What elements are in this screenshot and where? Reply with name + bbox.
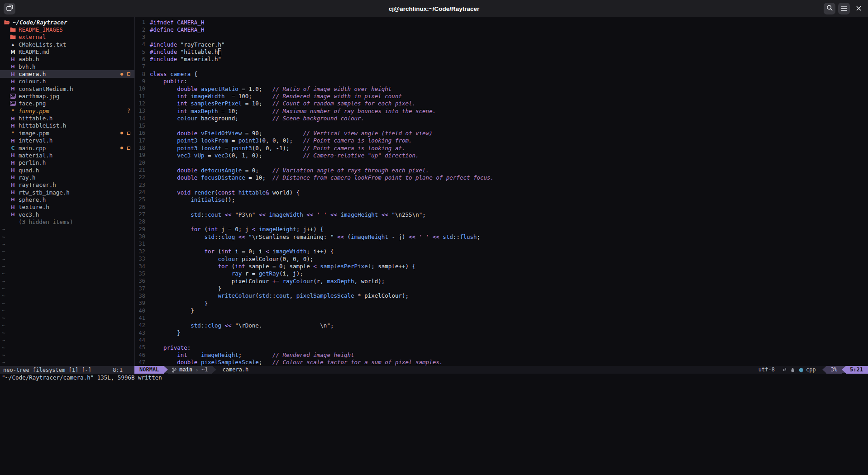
tree-item-label: ray.h xyxy=(19,174,36,181)
code-line-29[interactable]: 29 for (int j = 0; j < imageHeight; j++)… xyxy=(135,226,868,233)
tree-item-label: earthmap.jpg xyxy=(19,93,59,100)
menu-button[interactable] xyxy=(838,3,850,14)
code-text: for (int i = 0; i < imageWidth; i++) { xyxy=(150,248,334,255)
tree-item-readme-md[interactable]: MREADME.md xyxy=(0,48,134,55)
code-line-1[interactable]: 1#ifndef CAMERA_H xyxy=(135,19,868,26)
code-line-17[interactable]: 17 point3 lookFrom = point3(0, 0, 0); //… xyxy=(135,137,868,144)
tree-item-bvh-h[interactable]: Hbvh.h xyxy=(0,63,134,70)
line-number: 16 xyxy=(135,130,150,136)
tree-item-readme-images[interactable]: README_IMAGES xyxy=(0,26,134,33)
code-line-37[interactable]: 37 } xyxy=(135,285,868,292)
code-line-25[interactable]: 25 initialise(); xyxy=(135,196,868,203)
tree-item-image-ppm[interactable]: *image.ppm● xyxy=(0,129,134,137)
file-tree[interactable]: ~/Code/RaytracerREADME_IMAGESexternal▲CM… xyxy=(0,19,134,366)
code-line-39[interactable]: 39 } xyxy=(135,299,868,307)
tree-item-earthmap-jpg[interactable]: earthmap.jpg xyxy=(0,92,134,100)
code-line-2[interactable]: 2#define CAMERA_H xyxy=(135,26,868,33)
code-line-40[interactable]: 40 } xyxy=(135,307,868,314)
tree-item-ray-h[interactable]: Hray.h xyxy=(0,174,134,181)
search-button[interactable] xyxy=(824,3,835,14)
tree-item-interval-h[interactable]: Hinterval.h xyxy=(0,137,134,144)
code-line-21[interactable]: 21 double defocusAngle = 0; // Variation… xyxy=(135,166,868,174)
code-line-44[interactable]: 44 xyxy=(135,337,868,344)
code-line-16[interactable]: 16 double vFieldOfView = 90; // Vertical… xyxy=(135,129,868,137)
line-number: 42 xyxy=(135,322,150,328)
header-icon: H xyxy=(10,57,16,62)
tree-item-texture-h[interactable]: Htexture.h xyxy=(0,204,134,211)
code-line-26[interactable]: 26 xyxy=(135,204,868,211)
tree-item-external[interactable]: external xyxy=(0,33,134,41)
code-line-30[interactable]: 30 std::clog << "\rScanlines remaining: … xyxy=(135,233,868,240)
code-line-9[interactable]: 9 public: xyxy=(135,78,868,85)
code-line-19[interactable]: 19 vec3 vUp = vec3(0, 1, 0); // Camera-r… xyxy=(135,152,868,159)
tree-item-perlin-h[interactable]: Hperlin.h xyxy=(0,159,134,166)
code-line-5[interactable]: 5#include "hittable.h" xyxy=(135,48,868,55)
tree-item-main-cpp[interactable]: Cmain.cpp● xyxy=(0,144,134,152)
code-line-38[interactable]: 38 writeColour(std::cout, pixelSamplesSc… xyxy=(135,292,868,299)
line-number: 47 xyxy=(135,359,150,366)
tree-item-camera-h[interactable]: Hcamera.h● xyxy=(0,70,134,77)
code-line-23[interactable]: 23 xyxy=(135,181,868,189)
line-number: 6 xyxy=(135,56,150,62)
tree-item-hittable-h[interactable]: Hhittable.h xyxy=(0,114,134,122)
tree-item-aabb-h[interactable]: Haabb.h xyxy=(0,56,134,63)
code-line-4[interactable]: 4#include "rayTracer.h" xyxy=(135,41,868,48)
code-line-42[interactable]: 42 std::clog << "\rDone. \n"; xyxy=(135,322,868,329)
tree-item-sphere-h[interactable]: Hsphere.h xyxy=(0,196,134,203)
tree-item-funny-ppm[interactable]: *funny.ppm? xyxy=(0,107,134,114)
code-line-27[interactable]: 27 std::cout << "P3\n" << imageWidth << … xyxy=(135,211,868,218)
code-line-33[interactable]: 33 colour pixelColour(0, 0, 0); xyxy=(135,255,868,262)
code-line-41[interactable]: 41 xyxy=(135,314,868,322)
code-line-12[interactable]: 12 int samplesPerPixel = 10; // Count of… xyxy=(135,100,868,107)
code-line-34[interactable]: 34 for (int sample = 0; sample < samples… xyxy=(135,262,868,270)
hidden-items-note: (3 hidden items) xyxy=(0,218,134,225)
code-text: } xyxy=(150,307,194,314)
code-text: } xyxy=(150,285,221,292)
tree-item-label: main.cpp xyxy=(19,145,46,152)
tree-item-colour-h[interactable]: Hcolour.h xyxy=(0,78,134,85)
code-line-28[interactable]: 28 xyxy=(135,218,868,225)
tree-item-rtw-stb-image-h[interactable]: Hrtw_stb_image.h xyxy=(0,189,134,196)
code-line-13[interactable]: 13 int maxDepth = 10; // Maximum number … xyxy=(135,107,868,114)
code-line-14[interactable]: 14 colour background; // Scene backgroun… xyxy=(135,114,868,122)
code-line-8[interactable]: 8class camera { xyxy=(135,70,868,77)
code-line-20[interactable]: 20 xyxy=(135,159,868,166)
code-line-32[interactable]: 32 for (int i = 0; i < imageWidth; i++) … xyxy=(135,248,868,255)
code-line-18[interactable]: 18 point3 lookAt = point3(0, 0, -1); // … xyxy=(135,144,868,152)
code-line-36[interactable]: 36 pixelColour += rayColour(r, maxDepth,… xyxy=(135,277,868,285)
tree-item-raytracer-h[interactable]: HrayTracer.h xyxy=(0,181,134,189)
code-line-24[interactable]: 24 void render(const hittable& world) { xyxy=(135,189,868,196)
code-text: for (int j = 0; j < imageHeight; j++) { xyxy=(150,226,324,233)
tree-item-material-h[interactable]: Hmaterial.h xyxy=(0,152,134,159)
tree-item-hittablelist-h[interactable]: HhittableList.h xyxy=(0,122,134,129)
code-line-35[interactable]: 35 ray r = getRay(i, j); xyxy=(135,270,868,277)
code-line-7[interactable]: 7 xyxy=(135,63,868,70)
tree-item-face-png[interactable]: face.png xyxy=(0,100,134,107)
close-button[interactable] xyxy=(853,3,864,14)
code-line-45[interactable]: 45 private: xyxy=(135,344,868,351)
tree-item-cmakelists-txt[interactable]: ▲CMakeLists.txt xyxy=(0,41,134,48)
code-line-46[interactable]: 46 int imageHeight; // Rendered image he… xyxy=(135,351,868,358)
code-line-15[interactable]: 15 xyxy=(135,122,868,129)
code-line-11[interactable]: 11 int imageWidth = 100; // Rendered ima… xyxy=(135,92,868,100)
line-number: 31 xyxy=(135,241,150,247)
code-line-22[interactable]: 22 double focusDistance = 10; // Distanc… xyxy=(135,174,868,181)
tree-item-code-raytracer[interactable]: ~/Code/Raytracer xyxy=(0,19,134,26)
empty-line-tilde: ~ xyxy=(0,344,134,351)
code-text: initialise(); xyxy=(150,196,235,203)
tree-item-label: vec3.h xyxy=(19,211,39,218)
tree-item-quad-h[interactable]: Hquad.h xyxy=(0,166,134,174)
ppm-icon: * xyxy=(10,108,16,114)
code-line-3[interactable]: 3 xyxy=(135,33,868,41)
tree-item-constantmedium-h[interactable]: HconstantMedium.h xyxy=(0,85,134,92)
editor[interactable]: 1#ifndef CAMERA_H2#define CAMERA_H34#inc… xyxy=(135,19,868,366)
code-line-47[interactable]: 47 double pixelSamplesScale; // Colour s… xyxy=(135,359,868,366)
code-line-10[interactable]: 10 double aspectRatio = 1.0; // Ratio of… xyxy=(135,85,868,92)
code-line-6[interactable]: 6#include "material.h" xyxy=(135,56,868,63)
code-line-31[interactable]: 31 xyxy=(135,240,868,247)
tree-item-label: external xyxy=(19,33,46,40)
empty-line-tilde: ~ xyxy=(0,307,134,314)
code-text: ray r = getRay(i, j); xyxy=(150,270,303,277)
code-line-43[interactable]: 43 } xyxy=(135,329,868,336)
tree-item-vec3-h[interactable]: Hvec3.h xyxy=(0,211,134,218)
